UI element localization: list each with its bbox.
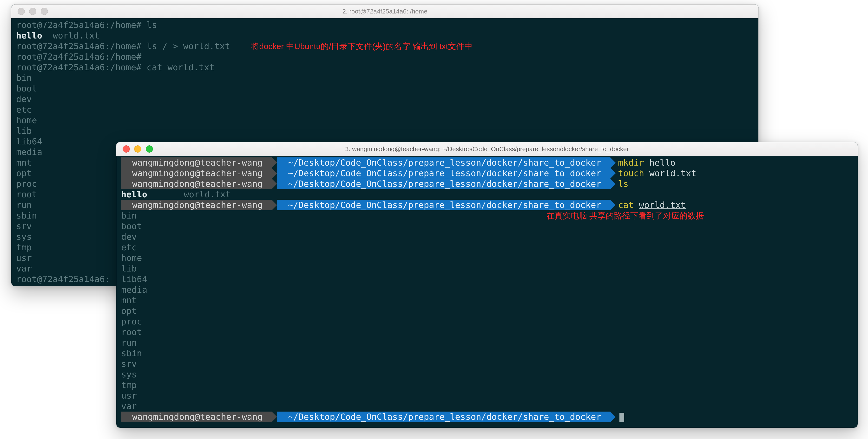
terminal-line: media [121, 284, 853, 295]
zoom-icon[interactable] [41, 8, 48, 15]
terminal-line: root [121, 327, 853, 337]
shell-prompt: wangmingdong@teacher-wang ~/Desktop/Code… [121, 158, 675, 168]
terminal-line: etc [16, 104, 753, 115]
terminal-line: lib64 [121, 274, 853, 284]
terminal-line: bin [16, 73, 753, 83]
zoom-icon[interactable] [146, 145, 153, 153]
terminal-line: lib [121, 263, 853, 274]
titlebar[interactable]: 2. root@72a4f25a14a6: /home [11, 5, 758, 18]
terminal-line: hello world.txt [16, 30, 753, 41]
terminal-line: home [16, 115, 753, 126]
shell-prompt: wangmingdong@teacher-wang ~/Desktop/Code… [121, 178, 628, 189]
terminal-line: srv [121, 359, 853, 369]
window-title: 2. root@72a4f25a14a6: /home [11, 8, 758, 15]
terminal-line: tmp [121, 380, 853, 391]
terminal-line: var [121, 401, 853, 411]
terminal-line: helloworld.txt [121, 189, 853, 200]
terminal-line: mnt [121, 295, 853, 306]
window-title: 3. wangmingdong@teacher-wang: ~/Desktop/… [116, 145, 858, 153]
minimize-icon[interactable] [134, 145, 142, 153]
close-icon[interactable] [123, 145, 130, 153]
annotation-text: 将docker 中Ubuntu的/目录下文件(夹)的名字 输出到 txt文件中 [251, 42, 472, 51]
terminal-line: dev [16, 94, 753, 104]
traffic-lights [18, 8, 48, 15]
terminal-line: sys [121, 369, 853, 380]
terminal-window-host: 3. wangmingdong@teacher-wang: ~/Desktop/… [116, 142, 858, 428]
terminal-line: boot [121, 221, 853, 232]
terminal-line: wangmingdong@teacher-wang ~/Desktop/Code… [121, 200, 853, 210]
terminal-line: root@72a4f25a14a6:/home# cat world.txt [16, 62, 753, 73]
terminal-line: root@72a4f25a14a6:/home# ls / > world.tx… [16, 41, 753, 52]
terminal-line: wangmingdong@teacher-wang ~/Desktop/Code… [121, 411, 853, 422]
terminal-line: root@72a4f25a14a6:/home# ls [16, 20, 753, 30]
terminal-line: opt [121, 306, 853, 316]
terminal-line: wangmingdong@teacher-wang ~/Desktop/Code… [121, 178, 853, 189]
terminal-line: dev [121, 232, 853, 242]
cursor [619, 413, 624, 422]
annotation-text: 在真实电脑 共享的路径下看到了对应的数据 [546, 211, 704, 220]
shell-prompt: wangmingdong@teacher-wang ~/Desktop/Code… [121, 411, 624, 422]
shell-prompt: wangmingdong@teacher-wang ~/Desktop/Code… [121, 168, 696, 178]
close-icon[interactable] [18, 8, 25, 15]
terminal-line: bin在真实电脑 共享的路径下看到了对应的数据 [121, 210, 853, 221]
terminal-line: boot [16, 83, 753, 94]
terminal-output[interactable]: wangmingdong@teacher-wang ~/Desktop/Code… [116, 156, 858, 428]
traffic-lights [123, 145, 153, 153]
terminal-line: root@72a4f25a14a6:/home# [16, 52, 753, 62]
terminal-line: wangmingdong@teacher-wang ~/Desktop/Code… [121, 168, 853, 178]
terminal-line: wangmingdong@teacher-wang ~/Desktop/Code… [121, 158, 853, 168]
terminal-line: run [121, 337, 853, 348]
titlebar[interactable]: 3. wangmingdong@teacher-wang: ~/Desktop/… [116, 142, 858, 156]
terminal-line: usr [121, 391, 853, 401]
terminal-line: home [121, 253, 853, 263]
terminal-line: sbin [121, 348, 853, 359]
terminal-line: lib [16, 126, 753, 136]
terminal-line: proc [121, 316, 853, 327]
minimize-icon[interactable] [29, 8, 36, 15]
terminal-line: etc [121, 242, 853, 253]
shell-prompt: wangmingdong@teacher-wang ~/Desktop/Code… [121, 200, 686, 210]
